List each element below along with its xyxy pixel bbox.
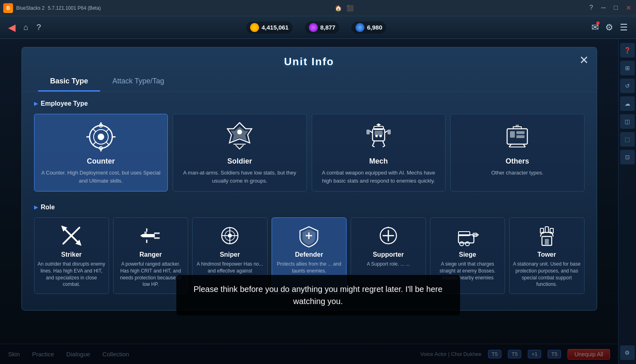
svg-rect-34 [144, 232, 147, 234]
sidebar-btn-5[interactable]: ◫ [620, 114, 635, 129]
mail-notification-dot [596, 21, 600, 25]
counter-name: Counter [39, 157, 163, 166]
tower-desc: A stationary unit. Used for base protect… [513, 261, 580, 288]
supporter-desc: A Support role. ... ... [354, 261, 422, 268]
type-card-counter[interactable]: Counter A Counter. High Deployment cost,… [34, 114, 168, 192]
tab-attack-type[interactable]: Attack Type/Tag [100, 72, 176, 92]
home-nav-icon[interactable]: ⌂ [24, 23, 28, 32]
crystal-value: 6,980 [367, 24, 382, 31]
svg-point-2 [98, 134, 104, 140]
gem-currency: 8,877 [305, 21, 340, 34]
mech-desc: A combat weapon equipped with AI. Mechs … [317, 169, 441, 185]
minimize-ctrl[interactable]: ─ [600, 4, 607, 12]
home-icon[interactable]: 🏠 [335, 5, 342, 11]
siege-icon [455, 224, 480, 248]
role-header: Role [34, 204, 585, 211]
striker-icon [59, 224, 84, 248]
striker-desc: An outrider that disrupts enemy lines. H… [38, 261, 105, 288]
ranger-desc: A powerful ranged attacker. Has high CRI… [117, 261, 184, 288]
role-card-striker[interactable]: Striker An outrider that disrupts enemy … [34, 217, 109, 294]
soldier-desc: A man-at-arms. Soldiers have low stats, … [178, 169, 302, 185]
others-desc: Other character types. [456, 169, 579, 177]
tower-name: Tower [513, 251, 580, 258]
tab-basic-type[interactable]: Basic Type [38, 72, 101, 92]
back-button[interactable]: ◀ [8, 22, 15, 33]
employee-type-header: Employee Type [34, 100, 585, 107]
right-sidebar: ❓ ⊞ ↺ ☁ ◫ ⬚ ⊡ ⚙ [618, 39, 636, 364]
type-card-soldier[interactable]: Soldier A man-at-arms. Soldiers have low… [173, 114, 307, 192]
supporter-icon [376, 224, 400, 248]
settings-icon[interactable]: ⚙ [605, 22, 613, 33]
supporter-name: Supporter [354, 251, 422, 258]
sidebar-btn-2[interactable]: ⊞ [620, 61, 635, 75]
svg-rect-22 [510, 131, 515, 138]
title-bar-icons: 🏠 ⬛ [335, 5, 353, 11]
siege-name: Siege [434, 251, 501, 258]
employee-type-grid: Counter A Counter. High Deployment cost,… [34, 114, 585, 192]
unit-info-modal: Unit Info ✕ Basic Type Attack Type/Tag E… [21, 47, 597, 311]
type-card-others[interactable]: Others Other character types. [450, 114, 585, 192]
sidebar-btn-7[interactable]: ⊡ [620, 150, 635, 164]
app-name: BlueStacks 2 [16, 5, 45, 11]
notification-overlay: Please think before you do anything you … [176, 275, 460, 315]
sidebar-settings-icon[interactable]: ⚙ [620, 345, 635, 360]
top-nav-left: ◀ ⌂ ? [8, 22, 41, 33]
gem-value: 8,877 [320, 24, 336, 31]
svg-rect-33 [154, 237, 160, 239]
sniper-name: Sniper [196, 251, 263, 258]
title-bar: B BlueStacks 2 5.7.121.1001 P64 (Beta) 🏠… [0, 0, 636, 16]
svg-point-15 [379, 135, 382, 137]
svg-rect-61 [545, 227, 548, 232]
svg-rect-26 [516, 125, 519, 127]
top-nav: ◀ ⌂ ? 4,415,061 8,877 6,980 ✉ ⚙ ☰ [0, 16, 636, 39]
modal-close-button[interactable]: ✕ [579, 53, 589, 67]
close-ctrl[interactable]: ✕ [624, 4, 633, 12]
modal-title: Unit Info [284, 55, 334, 68]
app-version: 5.7.121.1001 P64 (Beta) [48, 5, 101, 11]
svg-rect-13 [375, 131, 383, 136]
svg-rect-16 [366, 130, 370, 134]
help-nav-icon[interactable]: ? [36, 23, 41, 32]
svg-point-41 [228, 234, 232, 238]
svg-rect-62 [545, 239, 549, 245]
help-ctrl[interactable]: ? [588, 4, 595, 12]
title-bar-controls: ? ─ □ ✕ [588, 4, 633, 12]
sniper-icon [218, 224, 242, 248]
tower-icon [535, 224, 559, 248]
main-content: ❓ ⊞ ↺ ☁ ◫ ⬚ ⊡ ⚙ Unit Info ✕ Basic Type A… [0, 39, 636, 364]
svg-point-56 [465, 242, 469, 246]
striker-name: Striker [38, 251, 105, 258]
title-bar-left: B BlueStacks 2 5.7.121.1001 P64 (Beta) [3, 3, 101, 13]
ranger-name: Ranger [117, 251, 184, 258]
maximize-ctrl[interactable]: □ [612, 4, 619, 12]
mail-button[interactable]: ✉ [591, 22, 599, 33]
sidebar-btn-4[interactable]: ☁ [620, 96, 635, 111]
menu-icon[interactable]: ☰ [620, 22, 628, 33]
soldier-icon [223, 121, 256, 153]
svg-rect-32 [154, 232, 160, 234]
svg-point-55 [460, 242, 464, 246]
soldier-name: Soldier [178, 157, 302, 166]
type-card-mech[interactable]: Mech A combat weapon equipped with AI. M… [312, 114, 446, 192]
sidebar-bottom-btn[interactable]: ⚙ [620, 345, 635, 361]
svg-rect-17 [388, 130, 391, 134]
sidebar-btn-3[interactable]: ↺ [620, 79, 635, 93]
window-icon[interactable]: ⬛ [347, 5, 353, 11]
defender-icon [297, 224, 321, 248]
svg-rect-31 [142, 234, 155, 237]
role-card-tower[interactable]: Tower A stationary unit. Used for base p… [509, 217, 584, 294]
sidebar-btn-6[interactable]: ⬚ [620, 132, 635, 147]
mech-icon [362, 121, 395, 153]
gold-value: 4,415,061 [261, 24, 289, 31]
modal-header: Unit Info ✕ [22, 47, 597, 72]
counter-desc: A Counter. High Deployment cost, but use… [39, 169, 163, 185]
others-name: Others [456, 157, 579, 166]
sidebar-btn-1[interactable]: ❓ [620, 43, 635, 57]
svg-point-14 [375, 135, 378, 137]
crystal-currency: 6,980 [351, 21, 386, 34]
svg-rect-23 [516, 131, 525, 134]
others-icon [501, 121, 533, 153]
ranger-icon [139, 224, 163, 248]
svg-point-20 [377, 123, 380, 126]
notification-text: Please think before you do anything you … [193, 285, 442, 306]
